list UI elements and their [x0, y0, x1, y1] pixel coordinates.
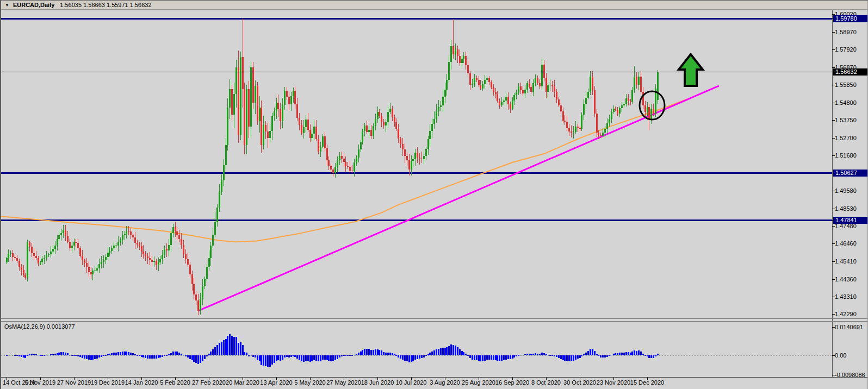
price-tick-label: 1.47480 [835, 223, 857, 230]
price-tick-label: 1.49580 [835, 187, 857, 195]
indicator-value: 0.0013077 [47, 323, 75, 330]
indicator-label: OsMA(12,26,9) 0.0013077 [4, 323, 75, 330]
price-tick-label: 1.42290 [835, 311, 857, 318]
price-tick-label: 1.48530 [835, 205, 857, 212]
title-bar[interactable]: ▼ EURCAD,Daily 1.56035 1.56663 1.55971 1… [1, 1, 867, 10]
price-tick-label: 1.43310 [835, 293, 857, 300]
indicator-name: OsMA(12,26,9) [4, 323, 45, 330]
axes-frame-layer [1, 10, 868, 380]
price-tick-label: 1.59780 [833, 15, 868, 22]
osma-scale-label: 0.0140691 [835, 324, 863, 331]
symbol-dropdown-icon[interactable]: ▼ [5, 1, 9, 10]
price-tick-label: 1.55850 [835, 81, 857, 89]
price-tick-label: 1.53750 [835, 117, 857, 124]
price-tick-label: 1.45410 [835, 258, 857, 265]
price-tick-label: 1.52700 [835, 135, 857, 142]
app-window: ▼ EURCAD,Daily 1.56035 1.56663 1.55971 1… [0, 0, 868, 389]
trendline-layer[interactable] [199, 86, 719, 311]
osma-scale-label: 0.00 [835, 352, 846, 359]
price-tick-label: 1.56632 [833, 68, 868, 76]
trend-line[interactable] [199, 86, 719, 311]
up-arrow-annotation[interactable] [679, 54, 703, 86]
chart-title-quotes: 1.56035 1.56663 1.55971 1.56632 [60, 2, 151, 8]
price-tick-label: 1.54800 [835, 99, 857, 106]
price-tick-label: 1.51680 [835, 152, 857, 159]
price-tick-label: 1.46460 [835, 240, 857, 247]
chart-canvas[interactable] [1, 1, 868, 389]
date-tick-label: 15 Dec 2020 [624, 379, 670, 386]
chart-title-symbol: EURCAD,Daily [13, 2, 54, 8]
price-tick-label: 1.44360 [835, 276, 857, 283]
osma-histogram-layer [1, 334, 832, 367]
candles-layer [6, 18, 659, 315]
support-resistance-lines-layer[interactable] [1, 18, 832, 221]
price-tick-label: 1.50627 [833, 170, 868, 177]
price-tick-label: 1.57920 [835, 46, 857, 53]
osma-scale-label: -0.0098086 [835, 372, 865, 379]
price-tick-label: 1.58970 [835, 29, 857, 36]
